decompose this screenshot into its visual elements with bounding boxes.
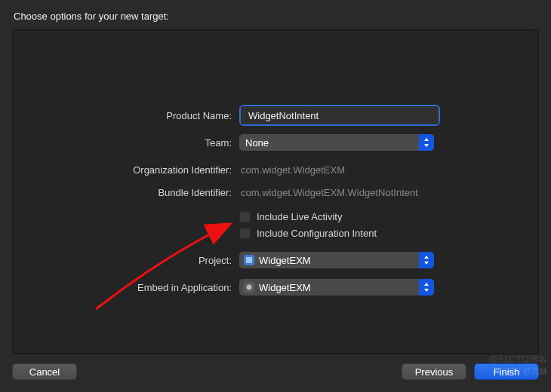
watermark-text-2: CSDN @流妹 xyxy=(497,366,548,377)
team-select-value: None xyxy=(245,137,419,149)
chevron-updown-icon xyxy=(419,252,434,268)
label-embed: Embed in Application: xyxy=(13,282,239,293)
row-org-id: Organization Identifier: com.widget.Widg… xyxy=(13,158,538,181)
previous-button[interactable]: Previous xyxy=(402,363,466,380)
chevron-updown-icon xyxy=(419,279,434,296)
watermark-text: @51CTO博客 xyxy=(488,354,548,366)
button-bar: Cancel Previous Finish xyxy=(12,354,539,380)
dialog-window: Choose options for your new target: Prod… xyxy=(0,0,551,392)
cancel-button[interactable]: Cancel xyxy=(12,363,77,380)
dialog-body: Product Name: Team: None xyxy=(12,29,539,354)
label-project: Project: xyxy=(13,255,239,266)
row-team: Team: None xyxy=(13,131,538,154)
embed-select[interactable]: WidgetEXM xyxy=(239,279,434,296)
embed-select-value: WidgetEXM xyxy=(259,282,419,293)
team-select[interactable]: None xyxy=(239,134,434,151)
svg-point-1 xyxy=(247,285,252,290)
project-select-value: WidgetEXM xyxy=(259,255,419,266)
project-select[interactable]: WidgetEXM xyxy=(239,252,434,268)
dialog-title: Choose options for your new target: xyxy=(12,11,539,22)
app-icon xyxy=(244,282,254,292)
label-org-id: Organization Identifier: xyxy=(13,164,239,176)
row-embed: Embed in Application: WidgetEXM xyxy=(13,276,538,299)
label-product-name: Product Name: xyxy=(13,110,239,121)
checkbox-config-intent[interactable] xyxy=(239,228,251,239)
bundle-id-value: com.widget.WidgetEXM.WidgetNotIntent xyxy=(239,187,418,198)
product-name-focus-ring xyxy=(239,105,440,126)
checkbox-config-intent-label: Include Configuration Intent xyxy=(257,228,377,239)
row-cb-live-activity: Include Live Activity xyxy=(13,208,538,225)
product-name-input[interactable] xyxy=(242,107,438,124)
label-team: Team: xyxy=(13,137,239,149)
checkbox-live-activity[interactable] xyxy=(239,211,251,222)
xcode-project-icon xyxy=(244,255,254,265)
form-area: Product Name: Team: None xyxy=(13,30,538,354)
label-bundle-id: Bundle Identifier: xyxy=(13,187,239,198)
org-id-value: com.widget.WidgetEXM xyxy=(239,164,345,176)
row-project: Project: WidgetEXM xyxy=(13,249,538,271)
svg-rect-0 xyxy=(246,257,252,263)
row-bundle-id: Bundle Identifier: com.widget.WidgetEXM.… xyxy=(13,181,538,204)
chevron-updown-icon xyxy=(419,134,434,151)
row-product-name: Product Name: xyxy=(13,104,538,127)
row-cb-config-intent: Include Configuration Intent xyxy=(13,225,538,241)
checkbox-live-activity-label: Include Live Activity xyxy=(257,211,342,222)
